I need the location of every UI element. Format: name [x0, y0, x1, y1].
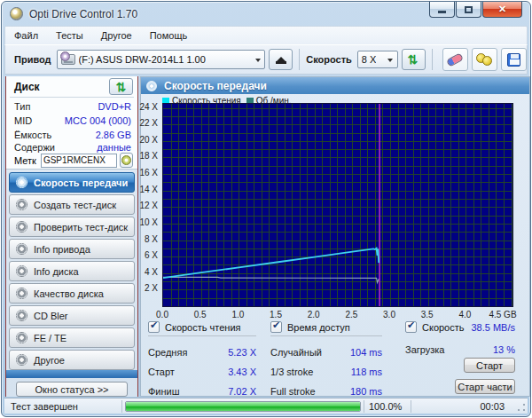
- speed-group: ✔ Скорость 38.5 MB/s Загрузка 13 % Старт…: [405, 320, 515, 356]
- refresh-speeds-button[interactable]: ⇄: [402, 49, 426, 70]
- menubar: Файл Тесты Другое Помощь: [4, 26, 528, 44]
- disc-icon: [16, 310, 27, 321]
- disk-mid-label: MID: [14, 115, 32, 127]
- stat-row-full-stroke: Full stroke 180 ms: [270, 386, 382, 398]
- read-speed-group: ✔ Скорость чтения Средняя 5.23 X Старт 3…: [148, 320, 256, 398]
- resize-grip[interactable]: [517, 403, 526, 412]
- check-icon: ✔: [272, 319, 280, 331]
- start-button[interactable]: Старт: [464, 358, 515, 373]
- menu-item-tests[interactable]: Тесты: [47, 28, 92, 43]
- drive-label: Привод: [14, 54, 51, 65]
- disk-label-input[interactable]: [41, 154, 117, 168]
- stat-row-load: Загрузка 13 %: [405, 344, 515, 356]
- x-axis-tick-label: 1.0: [231, 310, 244, 319]
- stat-row-finish: Финиш 7.02 X: [148, 386, 256, 398]
- disc-icon: [16, 243, 27, 255]
- chevron-down-icon: [255, 59, 261, 65]
- sidebar-item-fe-te[interactable]: FE / TE: [9, 327, 135, 348]
- disc-label-button[interactable]: [120, 153, 133, 168]
- divider: [10, 97, 134, 98]
- x-axis-tick-label: 4.5 GB: [489, 310, 516, 319]
- read-speed-checkbox[interactable]: ✔: [148, 321, 160, 333]
- disc-icon: [16, 354, 27, 366]
- speed-label: Скорость: [306, 54, 352, 65]
- speed-select-arrow[interactable]: [384, 51, 397, 67]
- panel-title: Скорость передачи: [164, 80, 267, 92]
- sidebar-accent-strip: [6, 370, 137, 378]
- window-title: Opti Drive Control 1.70: [29, 8, 137, 20]
- eject-button[interactable]: [269, 49, 293, 70]
- sidebar-item-other[interactable]: Другое: [9, 350, 135, 370]
- start-part-button[interactable]: Старт части: [455, 379, 515, 394]
- sidebar-item-cd-bler[interactable]: CD Bler: [9, 305, 135, 326]
- erase-disc-button[interactable]: [442, 48, 468, 71]
- close-icon: ✕: [498, 4, 506, 15]
- disc-icon: [16, 199, 27, 210]
- stat-row-random: Случайный 104 ms: [270, 347, 382, 359]
- menu-item-other[interactable]: Другое: [92, 28, 141, 43]
- progress-bar: [125, 401, 361, 412]
- donate-button[interactable]: [472, 48, 497, 71]
- save-floppy-icon: [507, 53, 520, 67]
- sidebar-nav: Скорость передачи Создать тест-диск Пров…: [9, 172, 135, 372]
- access-time-checkbox[interactable]: ✔: [270, 321, 282, 333]
- disc-icon: [16, 265, 27, 277]
- toolbar-separator: [299, 49, 300, 70]
- refresh-disk-button[interactable]: ⇄: [109, 78, 133, 95]
- disc-icon: [121, 155, 131, 165]
- speed-select[interactable]: 8 X: [357, 51, 398, 68]
- status-window-button[interactable]: Окно статуса >>: [16, 382, 128, 397]
- eject-icon: [276, 55, 286, 64]
- maximize-icon: [465, 6, 473, 13]
- refresh-icon: ⇄: [114, 82, 127, 92]
- disc-icon: [16, 177, 27, 188]
- menu-item-file[interactable]: Файл: [5, 28, 47, 43]
- progress-cell: [122, 398, 364, 414]
- x-axis-tick-label: 1.5: [270, 310, 282, 319]
- transfer-rate-icon: [146, 81, 157, 91]
- y-axis-tick-label: 12 X: [139, 201, 158, 210]
- menu-item-help[interactable]: Помощь: [141, 28, 197, 43]
- app-window: Opti Drive Control 1.70 ✕ Файл Тесты Дру…: [1, 1, 531, 417]
- maximize-button[interactable]: [456, 2, 481, 18]
- toolbar: Привод (F:) ASUS DRW-2014L1 1.00 Скорост…: [4, 44, 528, 75]
- stat-row-start: Старт 3.43 X: [148, 367, 256, 378]
- statusbar: Тест завершен 100.0% 00:03: [4, 398, 528, 414]
- x-axis-tick-label: 3.0: [383, 310, 395, 319]
- app-disc-icon: [10, 7, 23, 20]
- chevron-down-icon: [387, 59, 393, 65]
- y-axis-tick-label: 8 X: [145, 234, 158, 244]
- y-axis-tick-label: 10 X: [139, 217, 158, 227]
- sidebar-item-disc-quality[interactable]: Качество диска: [9, 283, 135, 304]
- main-panel: Скорость передачи Скорость чтения Об./ми…: [140, 76, 530, 397]
- minimize-button[interactable]: [429, 2, 455, 18]
- disc-icon: [16, 221, 27, 233]
- disc-icon: [16, 332, 27, 343]
- x-axis-tick-label: 3.5: [421, 310, 434, 319]
- sidebar-item-transfer-rate[interactable]: Скорость передачи: [9, 172, 135, 193]
- y-axis-tick-label: 24 X: [139, 102, 158, 112]
- disk-mid-row: MID MCC 004 (000): [14, 115, 131, 127]
- read-speed-title: Скорость чтения: [165, 322, 241, 333]
- drive-select[interactable]: (F:) ASUS DRW-2014L1 1.00: [57, 50, 266, 69]
- drive-select-value: (F:) ASUS DRW-2014L1 1.00: [79, 54, 206, 65]
- y-axis-tick-label: 6 X: [145, 250, 158, 260]
- sidebar-item-verify-test-disc[interactable]: Проверить тест-диск: [9, 217, 135, 237]
- sidebar-item-disc-info[interactable]: Info диска: [9, 261, 135, 281]
- sidebar-item-drive-info[interactable]: Info привода: [9, 239, 135, 259]
- drive-select-arrow[interactable]: [251, 51, 264, 68]
- disk-panel-title: Диск: [14, 81, 40, 93]
- speed-checkbox[interactable]: ✔: [405, 321, 417, 333]
- plot-area: [162, 103, 513, 307]
- y-axis-tick-label: 16 X: [139, 168, 158, 177]
- speed-title: Скорость: [422, 322, 465, 333]
- disk-mid-value: MCC 004 (000): [65, 115, 131, 127]
- stat-row-average: Средняя 5.23 X: [148, 347, 256, 359]
- x-axis-tick-label: 0.0: [156, 310, 168, 319]
- close-button[interactable]: ✕: [482, 2, 522, 18]
- save-button[interactable]: [501, 48, 527, 71]
- disk-label-label: Метк: [14, 155, 36, 166]
- sidebar-item-create-test-disc[interactable]: Создать тест-диск: [9, 194, 135, 215]
- disk-type-row: Тип DVD+R: [14, 101, 131, 113]
- x-axis-tick-label: 4.0: [458, 310, 471, 319]
